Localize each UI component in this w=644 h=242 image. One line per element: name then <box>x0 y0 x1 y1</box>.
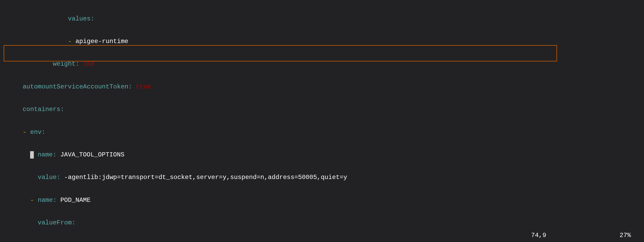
yaml-key: valueFrom <box>38 219 72 226</box>
cursor-position: 74,9 <box>531 232 546 239</box>
code-line: containers: <box>0 106 644 113</box>
yaml-key: env <box>30 129 41 136</box>
yaml-key: weight <box>53 60 75 67</box>
yaml-key: name <box>38 197 53 204</box>
yaml-bool: true <box>136 83 151 90</box>
yaml-key: name <box>38 151 53 158</box>
code-line: weight: 100 <box>0 60 644 68</box>
code-line: automountServiceAccountToken: true <box>0 83 644 91</box>
yaml-dash: - <box>23 129 26 136</box>
cursor <box>30 151 34 159</box>
code-editor[interactable]: values: - apigee-runtime weight: 100 aut… <box>0 0 644 242</box>
vim-status-bar: 74,9 27% <box>0 232 644 239</box>
code-line: name: JAVA_TOOL_OPTIONS <box>0 151 644 159</box>
yaml-key: containers <box>23 106 60 113</box>
yaml-key: value <box>38 174 57 181</box>
code-line: values: <box>0 15 644 23</box>
code-line: value: -agentlib:jdwp=transport=dt_socke… <box>0 174 644 181</box>
code-line: - env: <box>0 129 644 136</box>
yaml-dash: - <box>68 38 72 45</box>
yaml-key: automountServiceAccountToken <box>23 83 128 90</box>
code-line: - apigee-runtime <box>0 38 644 45</box>
scroll-percent: 27% <box>620 232 631 239</box>
yaml-dash: - <box>30 197 34 204</box>
yaml-number: 100 <box>83 60 94 67</box>
code-line: valueFrom: <box>0 219 644 227</box>
yaml-key: values <box>68 15 90 22</box>
code-line: - name: POD_NAME <box>0 197 644 204</box>
